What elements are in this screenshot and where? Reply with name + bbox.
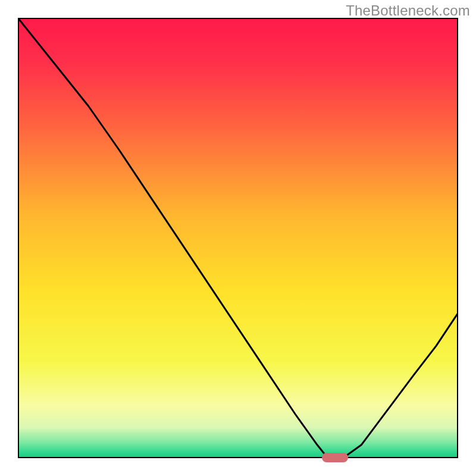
watermark-text: TheBottleneck.com — [346, 2, 470, 19]
optimal-point-marker — [322, 453, 348, 462]
bottleneck-curve — [18, 18, 458, 458]
